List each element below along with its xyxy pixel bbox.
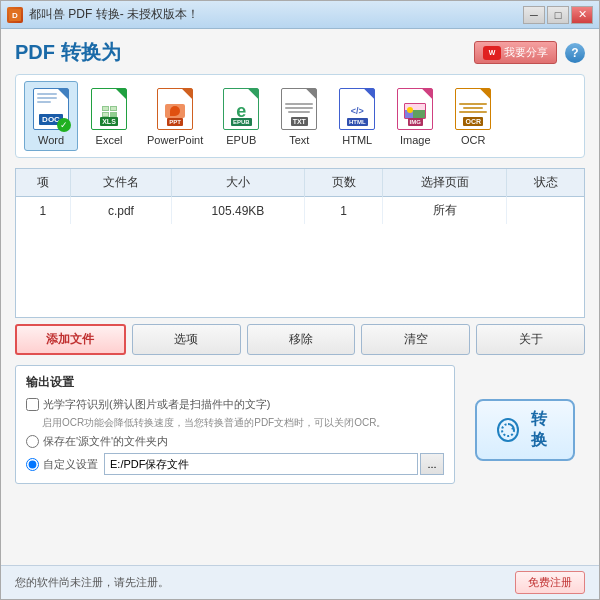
image-icon: IMG: [395, 86, 435, 132]
cell-status: [507, 197, 584, 225]
format-excel[interactable]: XLS Excel: [82, 81, 136, 151]
action-buttons: 添加文件 选项 移除 清空 关于: [15, 324, 585, 355]
help-button[interactable]: ?: [565, 43, 585, 63]
output-settings: 输出设置 光学字符识别(辨认图片或者是扫描件中的文字) 启用OCR功能会降低转换…: [15, 365, 455, 484]
col-header-size: 大小: [171, 169, 304, 197]
cell-num: 1: [16, 197, 70, 225]
titlebar: D 都叫兽 PDF 转换- 未授权版本！ ─ □ ✕: [1, 1, 599, 29]
status-bar: 您的软件尚未注册，请先注册。 免费注册: [1, 565, 599, 599]
format-html[interactable]: </> HTML HTML: [330, 81, 384, 151]
col-header-selected-pages: 选择页面: [383, 169, 507, 197]
format-word[interactable]: DOC ✓ Word: [24, 81, 78, 151]
source-folder-label: 保存在'源文件'的文件夹内: [43, 434, 168, 449]
col-header-num: 项: [16, 169, 70, 197]
ocr-icon: OCR: [453, 86, 493, 132]
format-text[interactable]: TXT Text: [272, 81, 326, 151]
minimize-button[interactable]: ─: [523, 6, 545, 24]
col-header-pages: 页数: [304, 169, 382, 197]
header-right: W 我要分享 ?: [474, 41, 585, 64]
source-folder-radio[interactable]: [26, 435, 39, 448]
file-table: 项 文件名 大小 页数 选择页面 状态 1 c.pdf 105.49KB 1 所: [15, 168, 585, 318]
about-button[interactable]: 关于: [476, 324, 585, 355]
ocr-checkbox-row: 光学字符识别(辨认图片或者是扫描件中的文字): [26, 397, 444, 412]
window-controls: ─ □ ✕: [523, 6, 593, 24]
html-icon: </> HTML: [337, 86, 377, 132]
convert-label: 转换: [525, 409, 553, 451]
format-epub[interactable]: e EPUB EPUB: [214, 81, 268, 151]
clear-button[interactable]: 清空: [361, 324, 470, 355]
header-row: PDF 转换为 W 我要分享 ?: [15, 39, 585, 66]
excel-label: Excel: [96, 134, 123, 146]
excel-icon: XLS: [89, 86, 129, 132]
ocr-label: 光学字符识别(辨认图片或者是扫描件中的文字): [43, 397, 270, 412]
epub-icon: e EPUB: [221, 86, 261, 132]
convert-button[interactable]: 转换: [475, 399, 575, 461]
cell-pages: 1: [304, 197, 382, 225]
cell-size: 105.49KB: [171, 197, 304, 225]
format-image[interactable]: IMG Image: [388, 81, 442, 151]
format-row: DOC ✓ Word: [15, 74, 585, 158]
col-header-filename: 文件名: [70, 169, 171, 197]
cell-filename: c.pdf: [70, 197, 171, 225]
word-label: Word: [38, 134, 64, 146]
ocr-checkbox[interactable]: [26, 398, 39, 411]
svg-text:D: D: [12, 11, 18, 20]
add-file-button[interactable]: 添加文件: [15, 324, 126, 355]
format-powerpoint[interactable]: PPT PowerPoint: [140, 81, 210, 151]
text-label: Text: [289, 134, 309, 146]
epub-label: EPUB: [226, 134, 256, 146]
col-header-status: 状态: [507, 169, 584, 197]
powerpoint-icon: PPT: [155, 86, 195, 132]
maximize-button[interactable]: □: [547, 6, 569, 24]
custom-path-label: 自定义设置: [43, 457, 98, 472]
register-button[interactable]: 免费注册: [515, 571, 585, 594]
convert-area: 转换: [465, 365, 585, 494]
powerpoint-label: PowerPoint: [147, 134, 203, 146]
word-check-icon: ✓: [57, 118, 71, 132]
custom-path-row: 自定义设置 ...: [26, 453, 444, 475]
window-title: 都叫兽 PDF 转换- 未授权版本！: [29, 6, 523, 23]
main-window: D 都叫兽 PDF 转换- 未授权版本！ ─ □ ✕ PDF 转换为 W 我要分…: [0, 0, 600, 600]
app-icon: D: [7, 7, 23, 23]
ocr-note: 启用OCR功能会降低转换速度，当您转换普通的PDF文档时，可以关闭OCR。: [42, 416, 444, 430]
content-area: PDF 转换为 W 我要分享 ?: [1, 29, 599, 565]
html-label: HTML: [342, 134, 372, 146]
table-row[interactable]: 1 c.pdf 105.49KB 1 所有: [16, 197, 584, 225]
ocr-label: OCR: [461, 134, 485, 146]
custom-path-radio[interactable]: [26, 458, 39, 471]
status-text: 您的软件尚未注册，请先注册。: [15, 575, 169, 590]
output-settings-title: 输出设置: [26, 374, 444, 391]
close-button[interactable]: ✕: [571, 6, 593, 24]
image-label: Image: [400, 134, 431, 146]
custom-path-input[interactable]: [104, 453, 418, 475]
convert-icon: [497, 418, 519, 442]
browse-button[interactable]: ...: [420, 453, 444, 475]
source-folder-row: 保存在'源文件'的文件夹内: [26, 434, 444, 449]
word-icon: DOC ✓: [31, 86, 71, 132]
weibo-icon: W: [483, 46, 501, 60]
format-ocr[interactable]: OCR OCR: [446, 81, 500, 151]
page-title: PDF 转换为: [15, 39, 121, 66]
remove-button[interactable]: 移除: [247, 324, 356, 355]
options-button[interactable]: 选项: [132, 324, 241, 355]
cell-selected-pages: 所有: [383, 197, 507, 225]
share-button[interactable]: W 我要分享: [474, 41, 557, 64]
text-icon: TXT: [279, 86, 319, 132]
